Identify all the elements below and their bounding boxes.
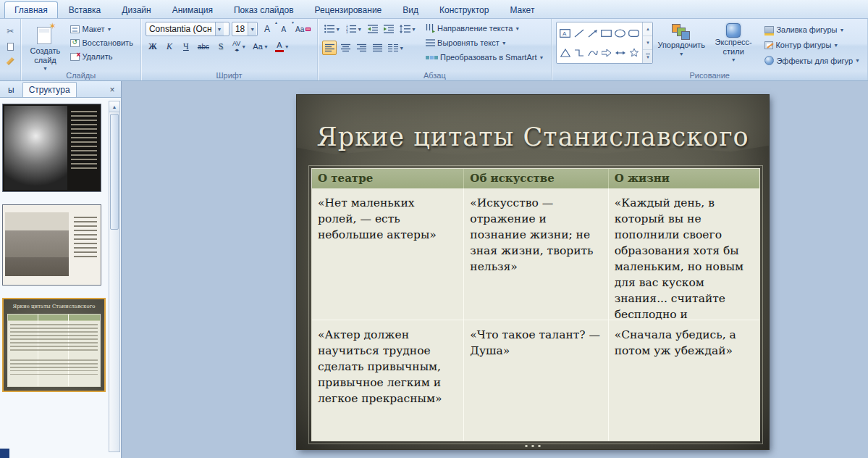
sidebar-scrollbar[interactable]: ▲ (109, 101, 120, 452)
shape-textbox-icon[interactable]: A (560, 29, 570, 38)
shape-triangle-icon[interactable] (560, 49, 570, 57)
new-slide-button[interactable]: ✶ Создать слайд ▼ (25, 22, 64, 71)
font-name-select[interactable]: Constantia (Осн ▼ (146, 22, 229, 36)
align-center-button[interactable] (338, 41, 353, 55)
slide-title[interactable]: Яркие цитаты Станиславского (297, 122, 769, 151)
convert-smartart-button[interactable]: Преобразовать в SmartArt ▼ (423, 51, 547, 63)
quick-styles-button[interactable]: Экспресс-стили ▼ (709, 22, 758, 62)
italic-button[interactable]: К (162, 39, 177, 54)
shape-rectangle-icon[interactable] (601, 29, 612, 38)
table-cell[interactable]: «Актер должен научиться трудное сделать … (312, 320, 463, 441)
chevron-down-icon: ▼ (241, 44, 246, 49)
tab-table-layout[interactable]: Макет (500, 1, 544, 18)
tab-home[interactable]: Главная (4, 1, 58, 18)
shape-arrow-icon[interactable] (588, 29, 598, 38)
gallery-up-icon[interactable]: ▲ (643, 22, 652, 36)
slides-group: ✶ Создать слайд ▼ Макет ▼ Восстановить У… (21, 19, 140, 80)
pane-tab-slides[interactable]: ы (1, 82, 21, 97)
table-cell[interactable]: «Искусство — отражение и познание жизни;… (463, 188, 607, 320)
increase-indent-button[interactable] (382, 22, 396, 36)
table-header-life[interactable]: О жизни (608, 169, 759, 188)
bullets-icon (324, 25, 334, 33)
layout-button[interactable]: Макет ▼ (67, 23, 135, 35)
grow-font-button[interactable]: А▲ (260, 22, 274, 36)
gallery-scroll[interactable]: ▲ ▼ ▼ (642, 22, 652, 63)
tab-insert[interactable]: Вставка (59, 1, 111, 18)
scroll-up-icon[interactable]: ▲ (109, 101, 119, 112)
window-corner (0, 449, 9, 458)
current-slide[interactable]: Яркие цитаты Станиславского О театре Об … (297, 95, 769, 449)
strikethrough-button[interactable]: abc (195, 39, 211, 54)
shape-line-icon[interactable] (574, 29, 584, 38)
copy-button[interactable] (6, 41, 15, 52)
shape-oval-icon[interactable] (615, 29, 625, 38)
table-cell[interactable]: «Каждый день, в который вы не пополнили … (608, 188, 759, 320)
quotes-table[interactable]: О театре Об искусстве О жизни «Нет мален… (311, 168, 760, 441)
numbering-button[interactable]: 123 ▼ (344, 22, 364, 36)
gallery-down-icon[interactable]: ▼ (643, 36, 652, 50)
tab-design[interactable]: Дизайн (111, 1, 161, 18)
delete-slide-button[interactable]: Удалить (67, 51, 135, 62)
table-cell[interactable]: «Сначала убедись, а потом уж убеждай» (608, 320, 759, 441)
shape-star-icon[interactable] (629, 49, 639, 57)
shape-outline-label: Контур фигуры (775, 41, 831, 49)
shape-rounded-rectangle-icon[interactable] (628, 29, 639, 38)
slide-canvas[interactable]: Яркие цитаты Станиславского О театре Об … (122, 81, 868, 458)
thumbnail-text-lines (71, 111, 97, 170)
gallery-more-icon[interactable]: ▼ (643, 50, 652, 63)
tab-review[interactable]: Рецензирование (305, 1, 392, 18)
pane-close-button[interactable]: × (106, 84, 118, 96)
text-direction-button[interactable]: Направление текста ▼ (423, 22, 547, 34)
bullets-button[interactable]: ▼ (322, 22, 342, 36)
align-right-icon (357, 43, 366, 52)
clear-formatting-button[interactable]: Аа (293, 22, 313, 36)
font-color-button[interactable]: А ▼ (273, 39, 292, 54)
change-case-button[interactable]: Аа ▼ (250, 39, 271, 54)
arrange-button[interactable]: Упорядочить ▼ (657, 22, 704, 57)
character-spacing-button[interactable]: AV◂▸ ▼ (230, 39, 248, 54)
shapes-gallery[interactable]: A ▲ ▼ ▼ (556, 22, 653, 64)
scrollbar-thumb[interactable] (110, 114, 119, 230)
tab-slideshow[interactable]: Показ слайдов (224, 1, 304, 18)
shape-double-arrow-icon[interactable] (615, 49, 625, 57)
table-cell[interactable]: «Что такое талант? — Душа» (463, 320, 607, 441)
text-shadow-button[interactable]: S (214, 39, 228, 54)
format-painter-button[interactable] (5, 56, 16, 67)
pane-tab-outline[interactable]: Структура (22, 82, 77, 97)
align-left-button[interactable] (322, 41, 337, 55)
shape-outline-button[interactable]: Контур фигуры ▼ (762, 39, 863, 51)
shape-effects-button[interactable]: Эффекты для фигур ▼ (762, 54, 863, 67)
chevron-down-icon: ▼ (107, 27, 112, 32)
smartart-icon (426, 56, 438, 59)
table-header-theatre[interactable]: О театре (312, 169, 463, 188)
group-photo (5, 212, 69, 276)
decrease-indent-button[interactable] (366, 22, 380, 36)
align-right-button[interactable] (354, 41, 368, 55)
tab-table-design[interactable]: Конструктор (429, 1, 499, 18)
slide-thumbnail-3-selected[interactable]: Яркие цитаты Станиславского (2, 298, 106, 392)
font-size-select[interactable]: 18 ▼ (232, 22, 258, 36)
table-cell[interactable]: «Нет маленьких ролей, — есть небольшие а… (312, 188, 463, 320)
line-spacing-button[interactable]: ▼ (397, 22, 418, 36)
shape-fill-button[interactable]: Заливка фигуры ▼ (762, 24, 863, 36)
slide-thumbnail-2[interactable] (2, 204, 101, 286)
underline-button[interactable]: Ч (179, 39, 193, 54)
chevron-down-icon: ▼ (502, 41, 507, 46)
reset-slide-button[interactable]: Восстановить (67, 37, 135, 49)
shape-block-arrow-icon[interactable] (602, 49, 612, 57)
tab-view[interactable]: Вид (392, 1, 429, 18)
drawing-group: A ▲ ▼ ▼ (552, 19, 868, 80)
eraser-icon (306, 28, 311, 31)
tab-animation[interactable]: Анимация (162, 1, 223, 18)
table-header-art[interactable]: Об искусстве (463, 169, 607, 188)
shape-curve-icon[interactable] (588, 49, 598, 57)
slide-thumbnail-1[interactable] (2, 104, 101, 192)
shape-elbow-connector-icon[interactable] (574, 49, 584, 57)
align-text-button[interactable]: Выровнять текст ▼ (423, 37, 547, 49)
shrink-font-button[interactable]: А▼ (277, 22, 291, 36)
cut-button[interactable]: ✂ (5, 25, 15, 38)
bold-button[interactable]: Ж (146, 39, 160, 54)
justify-button[interactable] (370, 41, 384, 55)
new-slide-icon: ✶ (34, 23, 56, 46)
columns-button[interactable]: ▼ (386, 41, 406, 55)
